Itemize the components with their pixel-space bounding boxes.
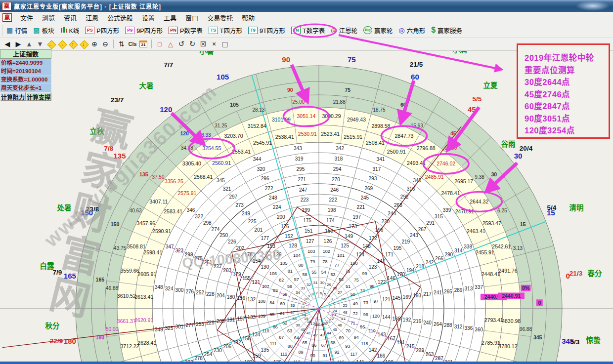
toolbar-button-9p-square[interactable]: P99P四方形 [123, 25, 166, 36]
degree-ring-label: 90 [287, 87, 293, 93]
toolbar-button-sectors[interactable]: ▩板块 [31, 25, 57, 36]
outer-ring-price: 3457.96 [136, 220, 155, 226]
spiral-number: 239 [416, 348, 424, 353]
solar-term-label: 清明 [569, 203, 584, 212]
spiral-number: 144 [382, 315, 391, 320]
spiral-number: 273 [235, 202, 244, 208]
draw-button-box-x[interactable]: ☒ [198, 39, 209, 49]
spiral-number: 103 [307, 249, 315, 254]
spiral-number: 198 [328, 207, 336, 213]
outer-ring-price: 2746.02 [437, 161, 455, 166]
spiral-number: 87 [279, 335, 284, 340]
spiral-number: 153 [267, 243, 275, 249]
menu-item-交易委托[interactable]: 交易委托 [203, 12, 237, 23]
spiral-number: 119 [368, 328, 375, 333]
spiral-number: 263 [426, 352, 434, 357]
solar-term-label: 秋分 [45, 322, 60, 330]
kline-label: K线 [69, 26, 80, 35]
calendar-icon: 21 [139, 40, 147, 47]
calc-resistance-button[interactable]: 计算阻力 [0, 92, 26, 101]
zoom-out-icon: ⊖ [102, 40, 108, 48]
toolbar-button-winner-wheel[interactable]: Big赢家轮 [361, 25, 396, 36]
spiral-number: 100 [350, 261, 357, 266]
toolbar-button-t-table[interactable]: TNT数字表 [289, 25, 328, 36]
menu-item-窗口[interactable]: 窗口 [181, 12, 203, 23]
spiral-number: 173 [349, 224, 357, 229]
draw-button-zoom-in[interactable]: ⊕ [89, 39, 100, 49]
box-x-icon: ☒ [200, 40, 207, 48]
zoom-in-icon: ⊕ [91, 40, 97, 48]
annotation-line-6: 120度3254点 [525, 124, 609, 137]
menu-item-设置[interactable]: 设置 [137, 12, 159, 23]
draw-button-cls[interactable]: Cls [127, 39, 138, 49]
solar-term-label: 白露 [40, 262, 54, 270]
draw-button-next[interactable]: ▶ [13, 39, 24, 49]
gann-wheel-label: 江恩轮 [339, 26, 357, 35]
menu-item-文件[interactable]: 文件 [16, 12, 38, 23]
spiral-number: 72 [353, 311, 358, 316]
spiral-number: 120 [372, 314, 380, 319]
calc-support-button[interactable]: 计算支撑 [26, 92, 51, 101]
spiral-number: 347 [166, 244, 174, 249]
panel-row-3: 周天变化步长=1 [0, 84, 51, 92]
triangle-tool-icon: △ [168, 40, 173, 48]
solar-term-date: 5/3 [570, 338, 580, 346]
toolbar-button-gann-wheel[interactable]: ◎江恩轮 [328, 25, 361, 36]
menu-item-公式选股[interactable]: 公式选股 [103, 12, 137, 23]
toolbar-button-hexagon[interactable]: ◎六角形 [396, 25, 429, 36]
draw-button-updown[interactable]: ⇅ [116, 39, 127, 49]
toolbar-button-9t-square[interactable]: T99T四方形 [246, 25, 289, 36]
inner-ring-price: 2448.41 [482, 271, 500, 277]
spiral-number: 30 [320, 281, 325, 285]
toolbar-button-p-square[interactable]: PSP四方形 [83, 25, 123, 36]
spiral-number: 3 [331, 297, 333, 301]
spiral-number: 291 [426, 220, 435, 226]
draw-button-screen[interactable]: ▢ [219, 39, 230, 49]
spiral-number: 43 [320, 333, 325, 337]
inner-ring-price: 2785.91 [482, 340, 500, 346]
spiral-number: 241 [434, 290, 442, 295]
toolbar-button-p-table[interactable]: PNP数字表 [166, 25, 206, 36]
menu-item-浏览[interactable]: 浏览 [38, 12, 59, 23]
spiral-number: 295 [297, 166, 305, 172]
spiral-number: 175 [303, 218, 311, 223]
draw-button-step-left[interactable]: ← [45, 39, 56, 49]
draw-button-step-down[interactable]: ↓ [78, 39, 89, 49]
menu-item-资讯[interactable]: 资讯 [59, 12, 81, 23]
toolbar-button-winner-service[interactable]: $赢家服务 [429, 25, 466, 36]
spiral-number: 134 [252, 332, 261, 337]
menu-item-工具[interactable]: 工具 [159, 12, 181, 23]
draw-button-step-right[interactable]: → [56, 39, 67, 49]
draw-button-rotate-right[interactable]: ▼ [35, 39, 45, 49]
spiral-number: 105 [280, 261, 288, 266]
outer-ring-price: 4780.12 [499, 343, 518, 349]
updown-icon: ⇅ [119, 40, 125, 48]
inner-ring-price: 2493.41 [407, 160, 426, 166]
draw-button-zoom-out[interactable]: ⊖ [100, 39, 111, 49]
inner-ring-price: 2583.41 [164, 208, 182, 214]
menu-item-江恩[interactable]: 江恩 [81, 12, 103, 23]
kline-icon [60, 27, 67, 34]
spiral-number: 314 [454, 248, 463, 253]
solar-term-date: 5/5 [473, 95, 482, 103]
draw-button-undo-rotate[interactable]: ↺ [176, 39, 187, 49]
step-left-icon: ← [47, 40, 55, 48]
draw-button-triangle-tool[interactable]: △ [165, 39, 176, 49]
toolbar-button-kline[interactable]: K线 [58, 25, 83, 36]
draw-button-rotate-left[interactable]: ▲ [24, 39, 35, 49]
draw-button-calendar[interactable]: 21 [138, 39, 149, 49]
draw-button-redo-rotate[interactable]: ↻ [187, 39, 198, 49]
toolbar-button-t-square[interactable]: TST四方形 [206, 25, 246, 36]
draw-button-rect-tool[interactable]: □ [154, 39, 165, 49]
draw-button-step-up[interactable]: ↑ [67, 39, 78, 49]
inner-ring-price: 2553.41 [232, 149, 251, 155]
spiral-number: 75 [354, 278, 359, 283]
spiral-number: 61 [280, 311, 285, 316]
draw-button-collapse[interactable]: × [209, 39, 219, 49]
spiral-number: 98 [370, 284, 375, 289]
spiral-number: 107 [262, 284, 269, 289]
draw-button-prev[interactable]: ◀ [2, 39, 13, 49]
menu-item-帮助[interactable]: 帮助 [237, 12, 259, 23]
spiral-number: 199 [302, 207, 310, 213]
toolbar-button-quotes[interactable]: ▦行情 [2, 25, 31, 36]
